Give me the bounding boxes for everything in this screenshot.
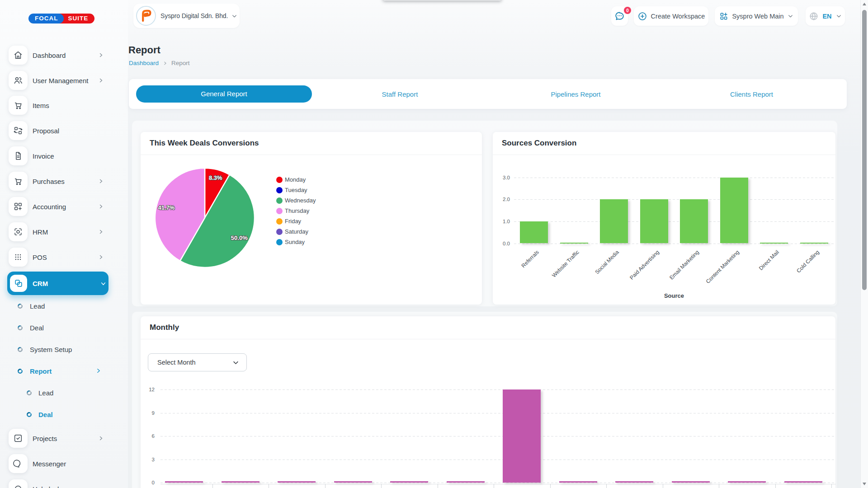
bar-month-3: [278, 481, 316, 483]
legend-label: Saturday: [285, 228, 308, 235]
sidebar-item-helpdesk[interactable]: Helpdesk: [0, 479, 128, 488]
x-axis-tick: [494, 484, 494, 488]
focal-suite-logo: FOCALSUITE: [28, 14, 94, 23]
sidebar-subitem-system-setup[interactable]: System Setup: [0, 344, 128, 355]
chevron-right-icon: [98, 229, 104, 235]
pie-legend: MondayTuesdayWednesdayThursdayFridaySatu…: [276, 174, 316, 247]
chevron-right-icon: [98, 254, 104, 260]
sidebar-subitem-label: Lead: [30, 302, 45, 310]
bar-Referrals: [520, 221, 548, 244]
tab-pipelines-report[interactable]: Pipelines Report: [488, 90, 664, 98]
sidebar-item-purchases[interactable]: Purchases: [0, 172, 128, 191]
legend-label: Friday: [285, 218, 301, 225]
chat-button[interactable]: 0: [611, 6, 628, 26]
sources-conversion-card: Sources Conversion 0.01.02.03.0Referrals…: [493, 132, 835, 305]
y-tick-label: 12: [137, 387, 155, 392]
sidebar-item-proposal[interactable]: Proposal: [0, 121, 128, 140]
sidebar-item-messenger[interactable]: Messenger: [0, 454, 128, 473]
cart-icon: [9, 172, 28, 191]
bar-Content Marketing: [720, 178, 748, 244]
breadcrumb: Dashboard Report: [129, 60, 190, 66]
logo-focal: FOCAL: [28, 14, 64, 23]
gridline: [514, 178, 834, 178]
x-axis-tick: [606, 484, 607, 488]
bar-Social Media: [600, 199, 628, 243]
tab-clients-report[interactable]: Clients Report: [664, 90, 840, 98]
legend-label: Sunday: [285, 239, 305, 245]
monthly-bar-chart: 036912: [141, 380, 835, 488]
invoice-icon: [9, 146, 28, 165]
sidebar-subitem-report[interactable]: Report: [0, 366, 128, 376]
sidebar-item-label: HRM: [33, 222, 48, 241]
sidebar-item-invoice[interactable]: Invoice: [0, 146, 128, 165]
sidebar-item-label: POS: [33, 248, 47, 267]
y-tick-label: 0.0: [492, 241, 510, 246]
bar-month-4: [334, 481, 372, 483]
site-selector-label: Syspro Web Main: [732, 13, 783, 20]
breadcrumb-current: Report: [171, 60, 190, 66]
legend-dot: [276, 208, 283, 214]
sidebar-item-items[interactable]: Items: [0, 96, 128, 115]
sidebar-subitem-label: System Setup: [30, 346, 72, 353]
scrollbar-thumb[interactable]: [862, 10, 867, 290]
accounting-icon: [9, 197, 28, 216]
bar-month-11: [728, 481, 766, 483]
gridline: [160, 460, 836, 460]
bullet-icon: [17, 347, 23, 352]
bullet-icon: [17, 303, 23, 309]
sidebar-item-label: CRM: [33, 272, 48, 295]
sidebar-subitem-deal[interactable]: Deal: [0, 322, 128, 333]
y-tick-label: 3: [137, 457, 155, 462]
chevron-right-icon: [98, 78, 104, 83]
bar-month-5: [390, 481, 428, 483]
sidebar-subitem-report-deal[interactable]: Deal: [0, 409, 128, 420]
language-selector[interactable]: EN: [806, 6, 845, 26]
legend-item: Sunday: [276, 237, 316, 247]
gridline: [514, 221, 834, 222]
sidebar-item-label: Invoice: [33, 146, 54, 165]
sidebar-subitem-label: Deal: [30, 324, 44, 332]
bullet-icon: [17, 368, 23, 374]
sidebar-item-dashboard[interactable]: Dashboard: [0, 46, 128, 65]
chat-icon: [614, 10, 625, 22]
x-axis-line: [160, 484, 836, 484]
x-axis-tick: [438, 484, 438, 488]
sidebar-item-crm[interactable]: CRM: [7, 272, 108, 295]
sidebar-item-projects[interactable]: Projects: [0, 429, 128, 448]
month-select-dropdown[interactable]: Select Month: [148, 353, 247, 371]
create-workspace-button[interactable]: Create Workspace: [634, 6, 708, 26]
legend-item: Tuesday: [276, 185, 316, 195]
crm-icon: [10, 275, 27, 292]
scrollbar-down-arrow[interactable]: [863, 483, 866, 485]
sidebar: FOCALSUITE Dashboard User Management Ite…: [0, 0, 128, 488]
legend-dot: [276, 218, 283, 225]
tab-general-report[interactable]: General Report: [136, 85, 312, 103]
sidebar-subitem-report-lead[interactable]: Lead: [0, 387, 128, 398]
scrollbar-up-arrow[interactable]: [863, 3, 866, 5]
sidebar-item-user-management[interactable]: User Management: [0, 71, 128, 90]
bar-month-8: [559, 481, 597, 483]
report-tabs: General Report Staff Report Pipelines Re…: [129, 79, 847, 109]
legend-label: Monday: [285, 176, 306, 183]
sidebar-item-accounting[interactable]: Accounting: [0, 197, 128, 216]
sidebar-subitem-lead[interactable]: Lead: [0, 300, 128, 311]
messenger-icon: [9, 454, 28, 473]
legend-dot: [276, 187, 283, 193]
month-select-value: Select Month: [157, 359, 196, 366]
sidebar-subitem-label: Report: [30, 367, 52, 375]
legend-item: Wednesday: [276, 195, 316, 206]
breadcrumb-dashboard-link[interactable]: Dashboard: [129, 60, 159, 66]
sidebar-item-hrm[interactable]: HRM: [0, 222, 128, 241]
tab-staff-report[interactable]: Staff Report: [312, 90, 488, 98]
legend-dot: [276, 229, 283, 235]
gridline: [514, 244, 834, 244]
workspace-selector[interactable]: Syspro Digital Sdn. Bhd.: [133, 4, 240, 28]
bar-Email Marketing: [680, 199, 708, 243]
sidebar-item-pos[interactable]: POS: [0, 248, 128, 267]
pie-slice-label: 8.3%: [209, 174, 222, 181]
bar-month-6: [447, 481, 485, 483]
vertical-scrollbar[interactable]: [860, 0, 868, 488]
site-selector[interactable]: Syspro Web Main: [715, 6, 798, 26]
legend-item: Saturday: [276, 226, 316, 237]
x-axis-tick: [719, 484, 719, 488]
